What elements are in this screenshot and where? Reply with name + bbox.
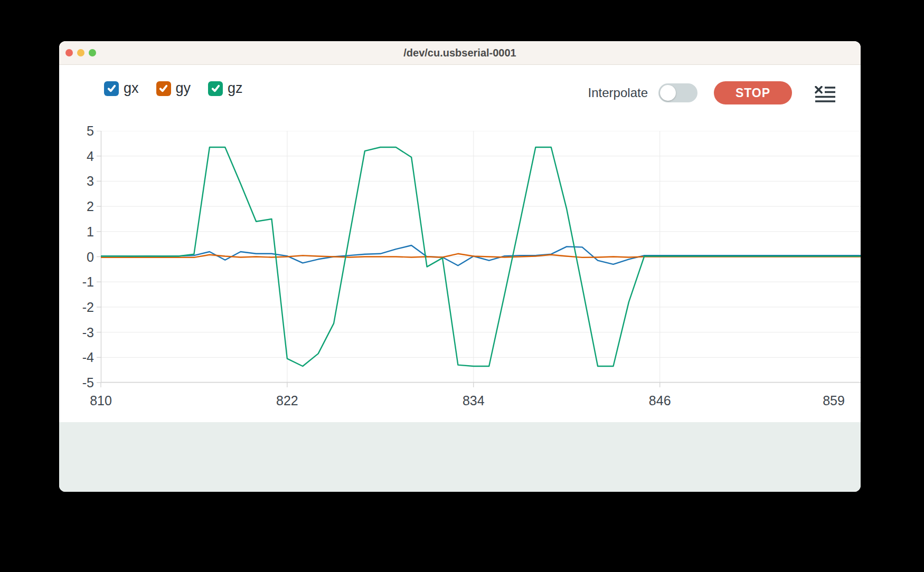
x-tick-label: 846: [649, 393, 671, 408]
y-tick-label: 2: [64, 198, 94, 214]
toggle-knob: [660, 85, 676, 101]
series-legend: gxgygz: [104, 80, 243, 97]
y-tick-label: 5: [64, 123, 94, 139]
clear-log-button[interactable]: [815, 86, 836, 103]
x-tick-label: 834: [463, 393, 485, 408]
legend-label-gy: gy: [176, 80, 191, 97]
x-tick-label: 859: [823, 393, 845, 408]
checkbox-gy[interactable]: [156, 81, 171, 96]
bottom-bar: SEND New Line 115200 baud: [59, 422, 861, 492]
clear-log-icon: [815, 86, 836, 103]
checkmark-icon: [211, 83, 221, 93]
legend-item-gz: gz: [208, 80, 243, 97]
interpolate-toggle[interactable]: [658, 83, 697, 102]
y-tick-label: 0: [64, 249, 94, 265]
legend-item-gx: gx: [104, 80, 139, 97]
y-tick-label: -3: [64, 325, 94, 340]
y-tick-label: -4: [64, 349, 94, 365]
app-window: /dev/cu.usbserial-0001 gxgygz Interpolat…: [59, 41, 861, 492]
y-tick-label: -1: [64, 274, 94, 290]
legend-item-gy: gy: [156, 80, 191, 97]
x-tick-label: 810: [90, 393, 112, 408]
window-title: /dev/cu.usbserial-0001: [59, 41, 861, 65]
checkmark-icon: [107, 83, 117, 93]
checkbox-gz[interactable]: [208, 81, 223, 96]
legend-label-gx: gx: [124, 80, 139, 97]
chart-canvas: [96, 131, 861, 388]
y-tick-label: 1: [64, 224, 94, 240]
y-tick-label: 3: [64, 173, 94, 189]
checkmark-icon: [158, 83, 168, 93]
titlebar: /dev/cu.usbserial-0001: [59, 41, 861, 65]
x-tick-label: 822: [276, 393, 298, 408]
legend-label-gz: gz: [228, 80, 243, 97]
y-tick-label: -2: [64, 299, 94, 315]
y-tick-label: -5: [64, 375, 94, 390]
y-tick-label: 4: [64, 148, 94, 164]
checkbox-gx[interactable]: [104, 81, 119, 96]
interpolate-label: Interpolate: [588, 85, 648, 100]
stop-button[interactable]: STOP: [714, 81, 792, 104]
